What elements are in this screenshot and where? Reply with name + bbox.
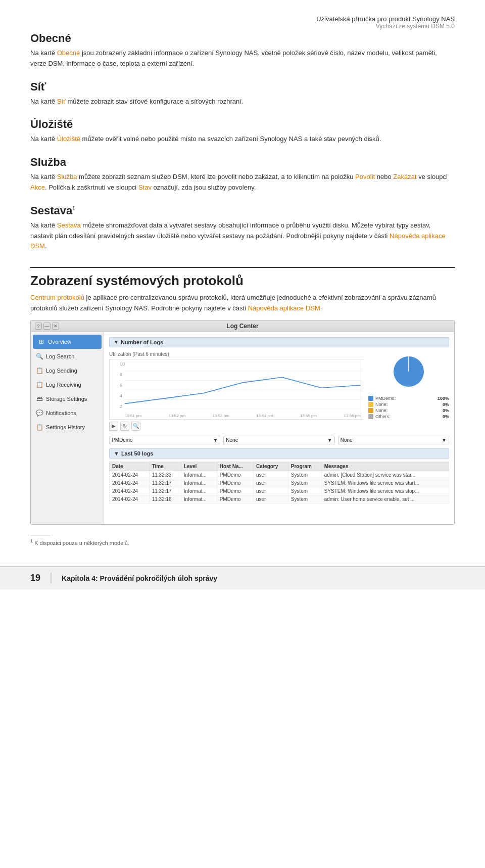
number-of-logs-bar: ▼ Number of Logs [109,337,449,347]
sidebar-item-settings-history[interactable]: 📋 Settings History [31,420,104,434]
col-date: Date [110,462,150,471]
app-title: Log Center [65,323,420,330]
pie-legend: PMDemo: 100% None: 0% None: [368,396,449,420]
sidebar-item-log-search[interactable]: 🔍 Log Search [31,349,104,363]
dropdown-none2[interactable]: None▼ [338,436,449,444]
sit-text: Na kartě Síť můžete zobrazit stav síťové… [30,97,455,107]
dropdown-none1[interactable]: None▼ [223,436,334,444]
chart-area: Utilization (Past 6 minutes) 108642 [109,351,449,431]
chart-x-labels: 13:51 pm13:52 pm13:53 pm13:54 pm13:55 pm… [125,414,361,418]
window-minimize-btn[interactable]: ? [35,323,42,330]
app-main-content: ▼ Number of Logs Utilization (Past 6 min… [104,332,454,524]
sestava-link[interactable]: Sestava [57,221,81,229]
chevron-down-icon: ▼ [114,339,119,345]
section-obecne: Obecné Na kartě Obecné jsou zobrazeny zá… [30,32,455,69]
chart-y-axis: 108642 [120,361,125,409]
table-row: 2014-02-2411:32:17Informat...PMDemouserS… [110,487,449,495]
sit-heading: Síť [30,80,455,94]
footnote-line [30,535,51,535]
sidebar-item-log-sending[interactable]: 📋 Log Sending [31,363,104,378]
pie-chart [389,351,429,392]
sluzba-heading: Služba [30,156,455,169]
zakazat-link[interactable]: Zakázat [393,173,416,180]
chevron-logs-icon: ▼ [114,450,119,456]
doc-title: Uživatelská příručka pro produkt Synolog… [30,15,455,23]
app-sidebar: ⊞ Overview 🔍 Log Search 📋 Log Sending 📋 … [31,332,104,524]
sidebar-label-log-search: Log Search [46,353,74,359]
sidebar-item-log-receiving[interactable]: 📋 Log Receiving [31,378,104,392]
sestava-heading: Sestava1 [30,204,455,217]
section-divider [30,267,455,268]
table-row: 2014-02-2411:32:17Informat...PMDemouserS… [110,479,449,487]
sidebar-label-log-sending: Log Sending [46,368,77,374]
dropdown-pmdemo[interactable]: PMDemo▼ [109,436,220,444]
log-center-window: ? — ✕ Log Center ⊞ Overview 🔍 Log Search… [30,320,455,525]
zobrazeni-heading: Zobrazení systémových protokolů [30,273,455,289]
legend-color-none1 [368,402,373,407]
section-sit: Síť Na kartě Síť můžete zobrazit stav sí… [30,80,455,107]
zoom-btn[interactable]: 🔍 [131,422,140,431]
page-footer: 19 Kapitola 4: Provádění pokročilých úlo… [0,566,485,589]
chart-subtitle: Utilization (Past 6 minutes) [109,351,363,357]
last-50-logs-bar: ▼ Last 50 logs [109,448,449,459]
log-receiving-icon: 📋 [36,381,43,388]
chart-graph: 108642 [109,359,363,420]
table-row: 2014-02-2411:32:16Informat...PMDemouserS… [110,495,449,503]
footnote-text: 1 K dispozici pouze u některých modelů. [30,538,455,546]
uloziste-text: Na kartě Úložiště můžete ověřit volné ne… [30,134,455,145]
sidebar-label-overview: Overview [48,339,71,345]
window-maximize-btn[interactable]: — [43,323,51,330]
sidebar-label-notifications: Notifications [46,410,76,416]
legend-color-none2 [368,408,373,413]
log-table: Date Time Level Host Na... Category Prog… [109,462,449,504]
play-btn[interactable]: ▶ [109,422,118,431]
legend-row-others: Others: 0% [368,414,449,419]
sidebar-label-log-receiving: Log Receiving [46,382,81,388]
doc-subtitle: Vychází ze systému DSM 5.0 [30,23,455,30]
centrum-protokolu-link[interactable]: Centrum protokolů [30,294,84,301]
povolit-link[interactable]: Povolit [355,173,375,180]
sit-link[interactable]: Síť [57,98,66,105]
chart-left: Utilization (Past 6 minutes) 108642 [109,351,363,431]
sestava-text: Na kartě Sestava můžete shromažďovat dat… [30,220,455,252]
obecne-heading: Obecné [30,32,455,45]
sluzba-link[interactable]: Služba [57,173,77,180]
col-level: Level [181,462,217,471]
section-uloziste: Úložiště Na kartě Úložiště můžete ověřit… [30,118,455,145]
akce-link[interactable]: Akce [30,184,45,191]
sidebar-item-overview[interactable]: ⊞ Overview [33,335,102,349]
last-logs-title: Last 50 logs [121,450,154,456]
legend-color-pmdemo [368,396,373,401]
zobrazeni-intro: Centrum protokolů je aplikace pro centra… [30,293,455,314]
settings-history-icon: 📋 [36,424,43,431]
sidebar-item-notifications[interactable]: 💬 Notifications [31,406,104,420]
col-hostname: Host Na... [217,462,253,471]
sidebar-item-storage-settings[interactable]: 🗃 Storage Settings [31,392,104,406]
napoveda-link-main[interactable]: Nápověda aplikace DSM [248,304,320,312]
notifications-icon: 💬 [36,409,43,417]
sidebar-label-settings-history: Settings History [46,424,85,430]
chapter-title: Kapitola 4: Provádění pokročilých úloh s… [62,574,217,582]
col-program: Program [288,462,321,471]
refresh-btn[interactable]: ↻ [120,422,129,431]
col-messages: Messages [321,462,449,471]
legend-row-none2: None: 0% [368,408,449,413]
stav-link[interactable]: Stav [138,184,152,191]
sidebar-label-storage-settings: Storage Settings [46,396,87,402]
obecne-link[interactable]: Obecné [57,49,80,57]
app-body: ⊞ Overview 🔍 Log Search 📋 Log Sending 📋 … [31,332,454,524]
window-close-btn[interactable]: ✕ [52,323,59,330]
dropdowns-row: PMDemo▼ None▼ None▼ [109,436,449,444]
overview-icon: ⊞ [38,338,45,345]
legend-row-pmdemo: PMDemo: 100% [368,396,449,401]
col-time: Time [149,462,181,471]
app-titlebar: ? — ✕ Log Center [31,321,454,332]
page-header: Uživatelská příručka pro produkt Synolog… [30,15,455,30]
storage-settings-icon: 🗃 [36,395,43,402]
legend-color-others [368,414,373,419]
col-category: Category [253,462,288,471]
table-row: 2014-02-2411:32:33Informat...PMDemouserS… [110,471,449,479]
log-sending-icon: 📋 [36,367,43,374]
uloziste-link[interactable]: Úložiště [57,135,80,143]
chart-line-area [125,361,361,409]
